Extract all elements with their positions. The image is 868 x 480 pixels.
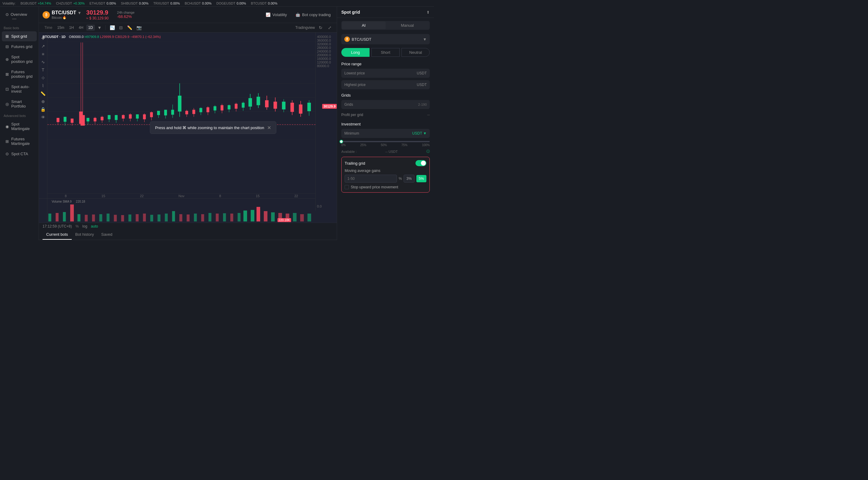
ticker-ethusdt[interactable]: ETHUSDT 0.00% — [90, 2, 116, 5]
tab-current-bots[interactable]: Current bots — [42, 230, 72, 240]
info-icon[interactable]: ⓘ — [426, 149, 430, 154]
expand-icon[interactable]: ⤢ — [327, 24, 333, 31]
ruler-icon[interactable]: 📏 — [39, 90, 46, 97]
sidebar-item-overview[interactable]: ⊙ Overview •••• — [2, 9, 37, 23]
chart-bottom-bar: 17:12:59 (UTC+8) % log auto — [39, 223, 337, 230]
tab-saved[interactable]: Saved — [98, 230, 116, 240]
trend-line-icon[interactable]: ↗ — [40, 43, 46, 50]
chart-canvas[interactable]: ✚ ↗ ≡ ∿ T ⊹ ⌇ 📏 ⊕ 🔒 👁 BTCUSDT · 1D O8000… — [39, 33, 337, 223]
slider-container[interactable]: 0% 25% 50% 75% 100% — [341, 141, 430, 147]
sidebar-item-spot-auto-invest[interactable]: ⊡ Spot auto-invest — [2, 82, 37, 96]
sidebar-item-futures-martingale[interactable]: ⊞ Futures Martingale — [2, 134, 37, 149]
volatility-btn[interactable]: 📈 Volatility — [263, 11, 289, 18]
volume-area: Volume SMA 9 220.18 — [39, 198, 315, 223]
lock-icon[interactable]: 🔒 — [39, 106, 46, 113]
candle-icon[interactable]: ⊟ — [118, 24, 124, 31]
dropdown-icon[interactable]: ▼ — [78, 11, 82, 15]
sidebar-spot-position-label: Spot position grid — [11, 55, 33, 64]
svg-rect-97 — [165, 214, 168, 221]
line-chart-icon[interactable]: 📉 — [108, 24, 116, 31]
time-1h[interactable]: 1H — [67, 25, 76, 31]
ma-badge-3pct[interactable]: 3% — [404, 175, 414, 183]
shape-icon[interactable]: ⊹ — [40, 74, 46, 81]
slider-thumb[interactable] — [339, 140, 343, 143]
time-label: Time — [42, 25, 54, 31]
ticker-btcusdt[interactable]: BTCUSDT 0.00% — [251, 2, 277, 5]
dropdown-time-icon[interactable]: ▼ — [96, 24, 103, 31]
trailing-toggle[interactable] — [415, 160, 426, 166]
btc-icon: ₿ — [42, 11, 50, 19]
ticker-bgbusdt[interactable]: BGBUSDT +54.74% — [20, 2, 51, 5]
ticker-bchusdt[interactable]: BCHUSDT 0.00% — [185, 2, 212, 5]
price-sub: ≈ $ 30,129.90 — [86, 16, 108, 20]
bot-copy-trading-btn[interactable]: 🤖 Bot copy trading — [293, 11, 333, 18]
ticker-trxusdt[interactable]: TRXUSDT 0.00% — [153, 2, 180, 5]
sidebar-item-spot-position-grid[interactable]: ⊛ Spot position grid — [2, 52, 37, 67]
svg-rect-98 — [172, 211, 175, 221]
dir-btn-long[interactable]: Long — [341, 48, 370, 57]
smart-portfolio-icon: ◎ — [5, 102, 9, 106]
highest-price-label: Highest price — [344, 83, 417, 87]
ma-badge-5pct[interactable]: 5% — [416, 175, 426, 182]
export-icon[interactable]: ⬆ — [426, 10, 430, 14]
ticker-shibusdt[interactable]: SHIBUSDT 0.00% — [121, 2, 149, 5]
svg-rect-25 — [107, 115, 110, 119]
sidebar-item-smart-portfolio[interactable]: ◎ Smart Portfolio — [2, 97, 37, 111]
pair-selector[interactable]: ₿ BTC/USDT ▼ — [341, 34, 430, 44]
price-section: 30129.9 ≈ $ 30,129.90 — [86, 9, 108, 20]
svg-rect-96 — [157, 215, 160, 221]
svg-rect-100 — [187, 215, 190, 221]
regression-icon[interactable]: ∿ — [40, 59, 46, 65]
tab-manual[interactable]: Manual — [386, 22, 429, 29]
sidebar-spot-grid-label: Spot grid — [11, 34, 27, 39]
svg-rect-29 — [122, 115, 125, 119]
sidebar-item-futures-position-grid[interactable]: ⊠ Futures position grid — [2, 67, 37, 82]
sidebar-spot-martingale-label: Spot Martingale — [11, 122, 33, 131]
pencil-icon[interactable]: ✏️ — [126, 24, 134, 31]
horizontal-line-icon[interactable]: ≡ — [41, 51, 45, 57]
sidebar: ⊙ Overview •••• Basic bots ⊞ Spot grid ⊟… — [0, 7, 39, 240]
tab-bot-history[interactable]: Bot history — [72, 230, 98, 240]
inv-suffix[interactable]: USDT ▼ — [412, 131, 427, 135]
ticker-dogeusdt[interactable]: DOGEUSDT 0.00% — [216, 2, 246, 5]
eye-icon[interactable]: 👁 — [40, 114, 46, 121]
sidebar-item-spot-martingale[interactable]: ◉ Spot Martingale — [2, 119, 37, 134]
svg-rect-43 — [171, 110, 174, 115]
svg-rect-111 — [264, 211, 268, 221]
slider-labels: 0% 25% 50% 75% 100% — [341, 143, 430, 147]
dir-btn-neutral[interactable]: Neutral — [401, 48, 430, 57]
svg-rect-108 — [243, 211, 247, 221]
time-15m[interactable]: 15m — [55, 25, 66, 31]
zoom-in-icon[interactable]: ⊕ — [40, 98, 46, 105]
ma-input-field[interactable] — [345, 175, 397, 183]
svg-rect-45 — [178, 96, 181, 111]
svg-rect-13 — [64, 117, 66, 122]
log-label[interactable]: log — [82, 224, 87, 228]
tooltip-close-btn[interactable]: ✕ — [267, 125, 271, 131]
sidebar-item-spot-grid[interactable]: ⊞ Spot grid — [2, 31, 37, 41]
time-4h[interactable]: 4H — [77, 25, 85, 31]
investment-label: Investment — [337, 119, 434, 128]
ma-label: Moving average gains — [345, 169, 426, 173]
profit-label: Profit per grid — [341, 113, 427, 117]
svg-rect-49 — [192, 110, 195, 114]
tab-ai[interactable]: AI — [342, 22, 386, 29]
svg-rect-55 — [214, 106, 216, 110]
dir-btn-short[interactable]: Short — [371, 48, 400, 57]
refresh-icon[interactable]: ↻ — [317, 24, 324, 31]
time-1d[interactable]: 1D — [86, 25, 95, 31]
measure-icon[interactable]: ⌇ — [41, 82, 45, 89]
ticker-chzusdt[interactable]: CHZUSDT +0.30% — [56, 2, 85, 5]
svg-rect-71 — [274, 102, 277, 109]
svg-rect-69 — [265, 100, 269, 107]
sidebar-item-futures-grid[interactable]: ⊟ Futures grid — [2, 42, 37, 52]
camera-icon[interactable]: 📷 — [135, 24, 143, 31]
stop-checkbox[interactable] — [345, 185, 349, 189]
svg-rect-15 — [71, 119, 73, 123]
volume-chart — [39, 204, 315, 221]
advanced-bots-label: Advanced bots — [0, 111, 39, 119]
sidebar-item-spot-cta[interactable]: ⊙ Spot CTA — [2, 149, 37, 159]
available-val: -- USDT — [385, 150, 398, 153]
auto-label[interactable]: auto — [91, 224, 98, 228]
text-icon[interactable]: T — [41, 67, 45, 73]
